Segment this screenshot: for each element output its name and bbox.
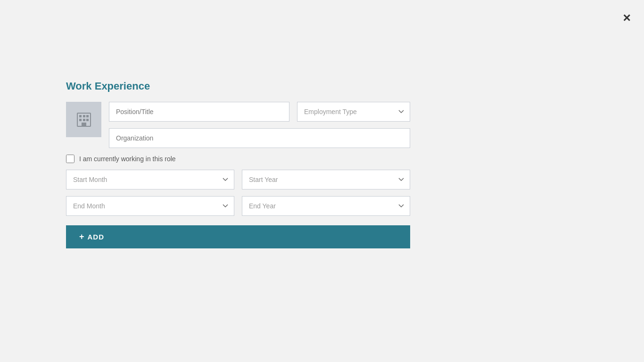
form-body: Employment Type Full-time Part-time Self…	[66, 102, 410, 248]
svg-rect-1	[79, 115, 82, 117]
organization-input[interactable]	[109, 128, 410, 148]
work-experience-form: Work Experience	[66, 80, 410, 248]
start-date-row: Start Month January February March April…	[66, 170, 410, 189]
right-inputs: Employment Type Full-time Part-time Self…	[109, 102, 410, 148]
end-date-row: End Month January February March April M…	[66, 196, 410, 216]
section-title: Work Experience	[66, 80, 410, 92]
add-button-label: ADD	[88, 233, 105, 241]
currently-working-row: I am currently working in this role	[66, 155, 410, 163]
top-inputs-row: Employment Type Full-time Part-time Self…	[109, 102, 410, 122]
svg-rect-5	[83, 119, 85, 121]
currently-working-label[interactable]: I am currently working in this role	[79, 155, 176, 163]
start-year-select[interactable]: Start Year 2024 2023 2022 2021 2020 2019…	[242, 170, 410, 189]
plus-icon: +	[79, 232, 85, 242]
svg-rect-2	[83, 115, 85, 117]
end-year-select[interactable]: End Year 2024 2023 2022 2021 2020 2019 2…	[242, 196, 410, 216]
close-button[interactable]: ✕	[622, 13, 631, 24]
svg-rect-4	[79, 119, 82, 121]
end-month-select[interactable]: End Month January February March April M…	[66, 196, 234, 216]
start-month-select[interactable]: Start Month January February March April…	[66, 170, 234, 189]
svg-rect-7	[82, 123, 86, 126]
employment-type-select[interactable]: Employment Type Full-time Part-time Self…	[297, 102, 410, 122]
add-button[interactable]: + ADD	[66, 225, 410, 248]
row-top: Employment Type Full-time Part-time Self…	[66, 102, 410, 148]
position-title-input[interactable]	[109, 102, 289, 122]
building-icon	[75, 111, 92, 128]
currently-working-checkbox[interactable]	[66, 155, 74, 163]
svg-rect-6	[86, 119, 89, 121]
svg-rect-3	[86, 115, 89, 117]
company-icon	[66, 102, 101, 137]
